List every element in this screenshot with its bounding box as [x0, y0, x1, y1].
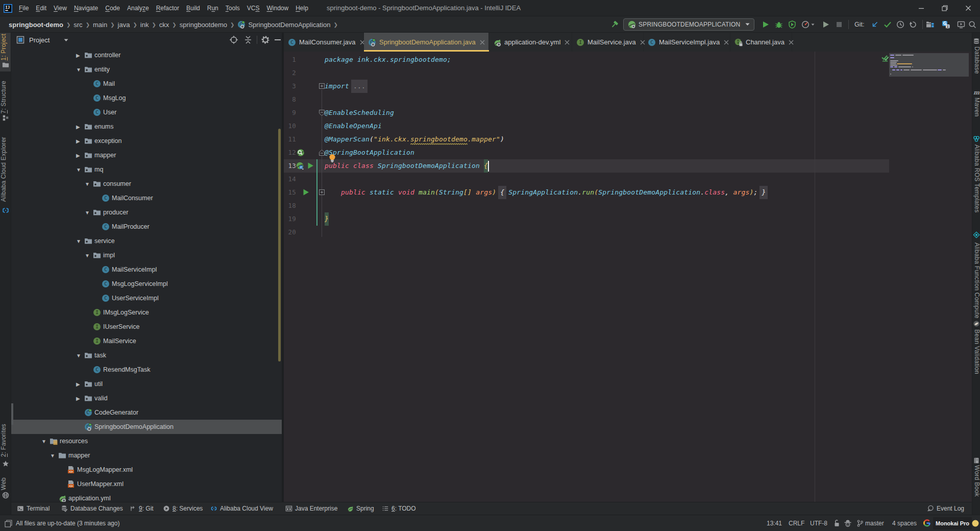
chevron-down-icon[interactable] [811, 23, 815, 26]
tree-item-mq[interactable]: ▼mq [11, 162, 282, 177]
close-button[interactable] [957, 0, 980, 16]
menu-navigate[interactable]: Navigate [70, 0, 102, 16]
google-translate-icon[interactable] [923, 515, 930, 531]
profiler-button[interactable] [801, 20, 810, 29]
run-configuration-select[interactable]: SPRINGBOOTDEMOAPPLICATION [623, 18, 754, 31]
tree-expand-arrow[interactable]: ▶ [76, 381, 82, 387]
tree-item-msglogmapper.xml[interactable]: <>MsgLogMapper.xml [11, 463, 282, 477]
menu-edit[interactable]: Edit [32, 0, 50, 16]
tree-item-valid[interactable]: ▶valid [11, 391, 282, 405]
tool-button-8-services[interactable]: 8: Services [163, 502, 203, 515]
tool-button-6-todo[interactable]: 6: TODO [382, 502, 416, 515]
search-icon[interactable] [968, 20, 976, 29]
tree-expand-arrow[interactable]: ▶ [76, 124, 82, 130]
locate-file-icon[interactable] [230, 36, 238, 44]
tree-collapse-arrow[interactable]: ▼ [76, 238, 82, 244]
tree-expand-arrow[interactable]: ▶ [76, 138, 82, 144]
tree-item-consumer[interactable]: ▼consumer [11, 177, 282, 191]
tree-item-resendmsgtask[interactable]: CResendMsgTask [11, 363, 282, 377]
menu-window[interactable]: Window [263, 0, 292, 16]
status-time[interactable]: 13:41 [767, 515, 782, 531]
inspections-ok-icon[interactable] [881, 54, 889, 63]
tree-collapse-arrow[interactable]: ▼ [50, 453, 56, 458]
tree-item-entity[interactable]: ▼entity [11, 62, 282, 77]
tree-collapse-arrow[interactable]: ▼ [85, 181, 90, 187]
tool-button-9-git[interactable]: 9: Git [129, 502, 154, 515]
minimize-button[interactable] [910, 0, 933, 16]
editor-tab-springbootdemoapplication.java[interactable]: CSpringbootDemoApplication.java [364, 33, 489, 52]
debug-button[interactable] [775, 20, 783, 29]
menu-view[interactable]: View [50, 0, 70, 16]
tree-item-user[interactable]: CUser [11, 105, 282, 119]
tree-collapse-arrow[interactable]: ▼ [76, 167, 82, 173]
menu-code[interactable]: Code [102, 0, 124, 16]
tree-item-mapper[interactable]: ▼mapper [11, 448, 282, 463]
tree-item-mapper[interactable]: ▶mapper [11, 148, 282, 162]
vcs-commit-button[interactable] [884, 20, 892, 29]
menu-file[interactable]: File [15, 0, 32, 16]
fold-marker-plus[interactable] [319, 189, 325, 195]
tool-button-terminal[interactable]: Terminal [17, 502, 50, 515]
chevron-down-icon[interactable] [64, 39, 68, 42]
close-icon[interactable] [724, 40, 729, 45]
code-editor[interactable]: 1package ink.ckx.springbootdemo;23import… [284, 52, 972, 502]
editor-tab-mailservice.java[interactable]: IMailService.java [572, 33, 644, 52]
tree-item-mail[interactable]: CMail [11, 77, 282, 91]
tree-item-impl[interactable]: ▼impl [11, 248, 282, 262]
run-with-coverage-button[interactable] [788, 20, 796, 29]
tree-item-mailproducer[interactable]: CMailProducer [11, 220, 282, 234]
close-icon[interactable] [565, 40, 570, 45]
gear-icon[interactable] [261, 36, 270, 44]
tree-item-mailservice[interactable]: IMailService [11, 334, 282, 348]
project-header-title[interactable]: Project [29, 33, 50, 47]
editor-tab-channel.java[interactable]: IChannel.java [730, 33, 792, 52]
tree-collapse-arrow[interactable]: ▼ [41, 439, 47, 444]
tool-button-spring[interactable]: Spring [347, 502, 374, 515]
tool-button-java-enterprise[interactable]: Java Enterprise [285, 502, 337, 515]
stop-button[interactable] [835, 20, 843, 29]
tree-item-imsglogservice[interactable]: IIMsgLogService [11, 305, 282, 320]
tree-item-mailconsumer[interactable]: CMailConsumer [11, 191, 282, 205]
presentation-mode-icon[interactable] [957, 20, 965, 29]
intention-bulb-icon[interactable] [329, 154, 337, 162]
status-indent[interactable]: 4 spaces [892, 515, 917, 531]
tool-button-event-log[interactable]: Event Log [927, 502, 964, 515]
translate-icon[interactable]: G文 [942, 20, 950, 29]
lock-icon[interactable] [833, 515, 840, 531]
tree-item-task[interactable]: ▼task [11, 348, 282, 363]
tree-item-msglog[interactable]: CMsgLog [11, 91, 282, 105]
tree-item-iuserservice[interactable]: IIUserService [11, 320, 282, 334]
collapse-all-icon[interactable] [244, 36, 252, 44]
tree-item-application.yml[interactable]: application.yml [11, 491, 282, 502]
tree-expand-arrow[interactable]: ▶ [76, 53, 82, 58]
tree-item-codegenerator[interactable]: CCodeGenerator [11, 405, 282, 420]
menu-refactor[interactable]: Refactor [153, 0, 183, 16]
tree-item-util[interactable]: ▶util [11, 377, 282, 391]
project-structure-icon[interactable] [926, 20, 934, 29]
tree-item-controller[interactable]: ▶controller [11, 48, 282, 62]
tree-item-msglogserviceimpl[interactable]: CMsgLogServiceImpl [11, 277, 282, 291]
fold-marker-up[interactable] [319, 150, 325, 156]
hide-panel-icon[interactable] [275, 39, 281, 40]
menu-analyze[interactable]: Analyze [124, 0, 153, 16]
close-icon[interactable] [789, 40, 794, 45]
build-project-icon[interactable] [610, 20, 619, 29]
menu-run[interactable]: Run [204, 0, 222, 16]
menu-vcs[interactable]: VCS [243, 0, 263, 16]
tree-item-resources[interactable]: ▼resources [11, 434, 282, 448]
run-main-gutter-icon[interactable] [303, 189, 311, 197]
vcs-rollback-button[interactable] [909, 20, 917, 29]
tree-item-exception[interactable]: ▶exception [11, 134, 282, 148]
status-line-separator[interactable]: CRLF [789, 515, 804, 531]
notification-dot-icon[interactable] [972, 515, 979, 531]
editor-tab-mailconsumer.java[interactable]: CMailConsumer.java [284, 33, 364, 52]
rerun-button[interactable] [822, 20, 830, 29]
springboot-app-gutter-icon[interactable]: e [296, 162, 304, 170]
tree-item-usermapper.xml[interactable]: <>UserMapper.xml [11, 477, 282, 491]
tool-button-database-changes[interactable]: Database Changes [61, 502, 123, 515]
tree-expand-arrow[interactable]: ▶ [76, 396, 82, 401]
tree-item-service[interactable]: ▼service [11, 234, 282, 248]
tree-item-mailserviceimpl[interactable]: CMailServiceImpl [11, 262, 282, 277]
tree-collapse-arrow[interactable]: ▼ [76, 353, 82, 358]
fold-marker-plus[interactable] [319, 83, 325, 89]
